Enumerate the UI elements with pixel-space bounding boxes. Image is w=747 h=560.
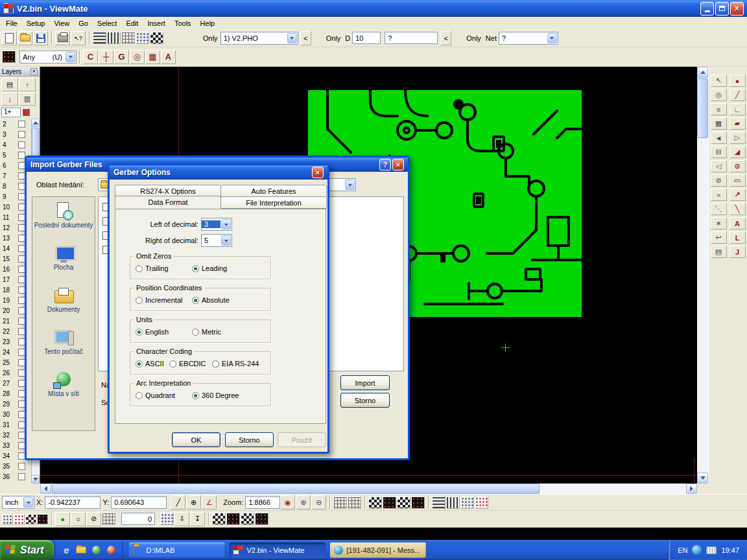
- trace-display-button[interactable]: [475, 496, 488, 509]
- only-layer-toggle[interactable]: Only: [200, 34, 220, 42]
- layer-color-swatch[interactable]: [18, 141, 25, 148]
- pcb-tool-icon[interactable]: ▭: [729, 174, 746, 187]
- right-of-decimal-select[interactable]: 5: [201, 234, 232, 247]
- chevron-down-icon[interactable]: [221, 235, 231, 246]
- pcb-tool-icon[interactable]: ↖: [711, 75, 727, 87]
- pcb-tool-icon[interactable]: ▤: [711, 246, 727, 258]
- radio-icon[interactable]: [136, 297, 143, 304]
- quicklaunch-media-icon[interactable]: [90, 544, 102, 556]
- tray-keyboard-icon[interactable]: [706, 546, 717, 554]
- unit-combobox[interactable]: inch: [2, 496, 34, 509]
- menu-item[interactable]: Insert: [143, 18, 170, 29]
- print-button[interactable]: [55, 31, 70, 45]
- tab-data-format[interactable]: Data Format: [115, 196, 221, 209]
- radio-icon[interactable]: [212, 360, 219, 368]
- pcb-tool-icon[interactable]: ⊙: [729, 160, 746, 172]
- pcb-tool-icon[interactable]: ⊘: [711, 174, 727, 187]
- quicklaunch-ie-icon[interactable]: e: [60, 544, 72, 556]
- pcb-tool-icon[interactable]: J: [729, 246, 746, 258]
- net-combobox[interactable]: ?: [499, 32, 558, 45]
- pcb-tool-icon[interactable]: ▰: [729, 117, 746, 130]
- pcb-tool-icon[interactable]: A: [729, 217, 746, 229]
- left-of-decimal-select[interactable]: 3: [201, 218, 232, 231]
- pcb-tool-icon[interactable]: ▷: [729, 132, 746, 144]
- poly-mode-button[interactable]: [37, 514, 48, 524]
- chevron-down-icon[interactable]: [221, 219, 231, 229]
- cancel-button[interactable]: Storno: [340, 393, 390, 408]
- measure-button[interactable]: ╱: [171, 495, 185, 509]
- degree-360-radio[interactable]: 360 Degree: [192, 391, 239, 399]
- english-radio[interactable]: English: [136, 328, 169, 336]
- prev-dcode-button[interactable]: <: [440, 31, 451, 45]
- fill-mode-button[interactable]: [411, 496, 425, 509]
- select-text-button[interactable]: A: [161, 50, 176, 64]
- layer-stack-button[interactable]: ▤: [1, 78, 18, 91]
- task-viewmate[interactable]: V2.bin - ViewMate: [230, 542, 326, 558]
- zoom-out-button[interactable]: ⊖: [311, 495, 326, 509]
- pcb-tool-icon[interactable]: ⊟: [711, 146, 727, 158]
- absolute-radio[interactable]: Absolute: [192, 296, 230, 304]
- pad-view-button[interactable]: [136, 32, 149, 44]
- gerber-options-titlebar[interactable]: Gerber Options ×: [110, 165, 327, 180]
- diameter-button[interactable]: ⊘: [86, 512, 101, 526]
- chevron-down-icon[interactable]: [547, 33, 557, 43]
- import-button[interactable]: Import: [340, 375, 390, 390]
- scroll-down-button[interactable]: [697, 472, 708, 484]
- select-group-button[interactable]: G: [114, 50, 129, 64]
- window-titlebar[interactable]: V2.bin - ViewMate ×: [0, 0, 747, 17]
- pcb-tool-icon[interactable]: ∟: [729, 103, 746, 115]
- radio-icon[interactable]: [169, 360, 176, 368]
- dcode-query-input[interactable]: ?: [385, 32, 438, 44]
- layer-up-button[interactable]: ↑: [19, 78, 36, 91]
- pcb-tool-icon[interactable]: ≈: [711, 189, 727, 201]
- draw-mode-button[interactable]: [14, 514, 25, 524]
- chevron-down-icon[interactable]: [345, 180, 355, 190]
- menu-item[interactable]: View: [49, 18, 74, 29]
- task-mlab-folder[interactable]: D:\MLAB: [129, 542, 225, 558]
- vertical-scroll-thumb[interactable]: [697, 78, 708, 138]
- radio-icon[interactable]: [136, 329, 143, 336]
- pcb-tool-icon[interactable]: ↩: [711, 231, 727, 244]
- menu-item[interactable]: Go: [74, 18, 93, 29]
- dcode-list-button[interactable]: [93, 32, 106, 44]
- layers-panel-titlebar[interactable]: Layers ×: [0, 67, 40, 76]
- close-button[interactable]: ×: [392, 159, 404, 170]
- only-net-toggle[interactable]: Only: [464, 34, 484, 42]
- horizontal-scrollbar[interactable]: [40, 484, 697, 494]
- help-button[interactable]: ?: [379, 159, 391, 170]
- eia-rs244-radio[interactable]: EIA RS-244: [212, 360, 259, 368]
- target-select-button[interactable]: ◎: [130, 50, 145, 64]
- zoom-area-button[interactable]: ◉: [280, 495, 295, 509]
- grid-toggle-button[interactable]: [333, 496, 347, 509]
- place-recent-documents[interactable]: Poslední dokumenty: [32, 202, 95, 230]
- zoom-in-button[interactable]: ⊕: [296, 495, 311, 509]
- pad-display-button[interactable]: [460, 496, 474, 509]
- layer-down-button[interactable]: ↓: [1, 92, 18, 106]
- start-button[interactable]: Start: [0, 540, 54, 560]
- layer-grid-button[interactable]: ▥: [19, 92, 36, 106]
- circle-aperture-button[interactable]: ○: [71, 512, 86, 526]
- task-messenger[interactable]: [191-482-091] - Mess...: [330, 542, 426, 558]
- hatch-select-button[interactable]: ▦: [145, 50, 160, 64]
- dcode-number-field[interactable]: 0: [121, 513, 155, 525]
- chevron-down-icon[interactable]: [287, 33, 297, 43]
- radio-icon[interactable]: [192, 392, 199, 399]
- cancel-button[interactable]: Storno: [225, 432, 274, 447]
- close-icon[interactable]: ×: [30, 68, 38, 75]
- pattern-button[interactable]: [212, 513, 226, 525]
- grid-view-button[interactable]: [121, 32, 135, 44]
- tray-app-icon[interactable]: [692, 545, 702, 555]
- close-button[interactable]: ×: [730, 2, 744, 16]
- menu-item[interactable]: Tools: [170, 18, 196, 29]
- pcb-tool-icon[interactable]: ◁: [711, 160, 727, 172]
- restore-button[interactable]: [715, 2, 729, 16]
- layer-combobox[interactable]: 1) V2.PHO: [220, 32, 298, 45]
- quicklaunch-show-desktop-icon[interactable]: [75, 544, 87, 556]
- origin-button[interactable]: ⊕: [186, 495, 201, 509]
- new-file-button[interactable]: [2, 31, 17, 45]
- chevron-down-icon[interactable]: [23, 497, 33, 508]
- dot-grid-button[interactable]: [160, 513, 174, 525]
- pcb-tool-icon[interactable]: ◢: [729, 146, 746, 158]
- pcb-tool-icon[interactable]: ╲: [729, 203, 746, 215]
- aperture-grid-button[interactable]: [102, 513, 115, 525]
